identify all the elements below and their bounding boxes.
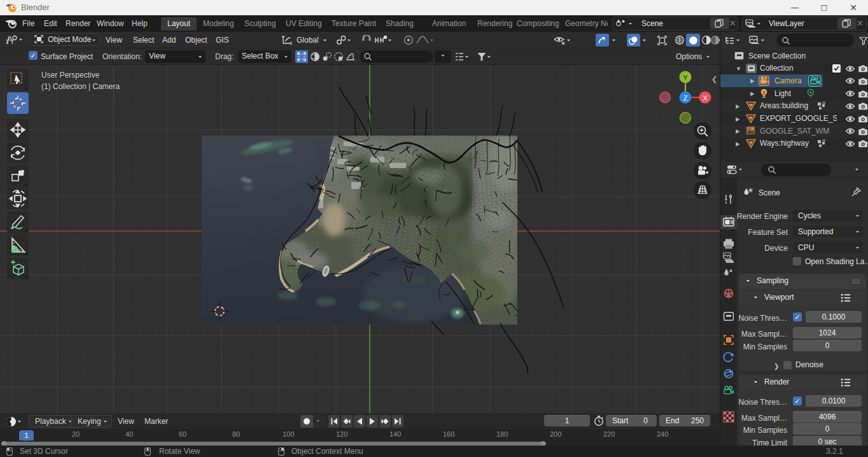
svg-text:Z: Z xyxy=(683,94,688,102)
svg-text:X: X xyxy=(703,94,708,102)
svg-text:Y: Y xyxy=(683,74,688,81)
